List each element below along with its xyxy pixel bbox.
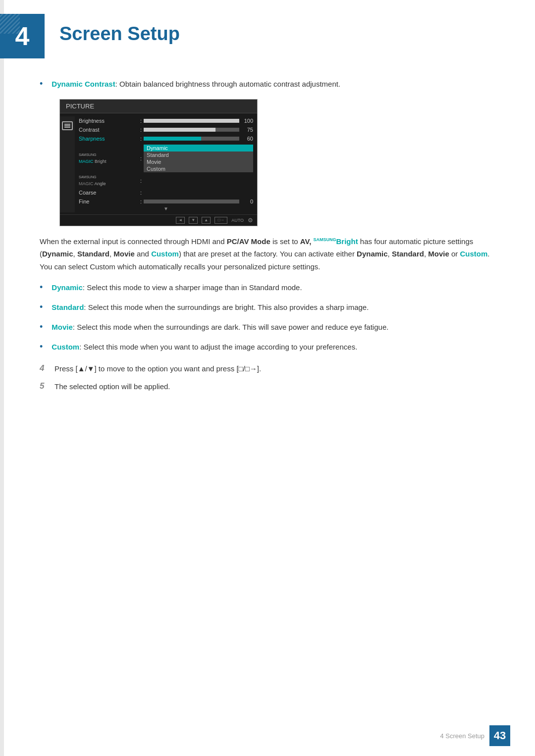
step-5-number: 5 [40, 381, 54, 391]
dynamic-desc: : Select this mode to view a sharper ima… [83, 283, 302, 292]
menu-row-magic-angle: SAMSUNG MAGIC Angle : [75, 174, 257, 188]
fine-bar-bg [144, 200, 239, 203]
fine-value: 0 [242, 199, 253, 204]
step-4-text: Press [▲/▼] to move to the option you wa… [54, 363, 261, 375]
picture-header: PICTURE [60, 100, 257, 113]
dropdown-dynamic: Dynamic [144, 145, 253, 151]
nav-up-icon: ▲ [202, 217, 211, 224]
brightness-bar-fill [144, 119, 239, 123]
sub-bullet-movie-text: Movie: Select this mode when the surroun… [52, 321, 388, 333]
opt2-dynamic: Dynamic [357, 250, 388, 258]
bottom-icons-row: ◄ ▼ ▲ □→ AUTO ⚙ [60, 214, 257, 226]
bullet-dot-movie: • [40, 322, 43, 332]
magic-angle-label: SAMSUNG MAGIC Angle [79, 175, 138, 187]
intro-bullet-text: Dynamic Contrast: Obtain balanced bright… [52, 78, 340, 90]
bullet-dot: • [40, 79, 43, 89]
menu-row-brightness: Brightness : 100 [75, 116, 257, 125]
sub-bullet-custom-text: Custom: Select this mode when you want t… [52, 341, 357, 353]
coarse-label: Coarse [79, 190, 138, 196]
step-5: 5 The selected option will be applied. [40, 381, 495, 393]
sharpness-label: Sharpness [79, 136, 138, 142]
sub-bullet-standard-text: Standard: Select this mode when the surr… [52, 302, 369, 313]
pcav-mode-term: PC/AV Mode [227, 237, 270, 246]
menu-icon [62, 121, 73, 130]
main-paragraph: When the external input is connected thr… [40, 235, 495, 273]
sub-bullet-custom: • Custom: Select this mode when you want… [40, 341, 495, 353]
contrast-bar-fill [144, 128, 215, 132]
dropdown-container: Dynamic Standard Movie Custom [144, 145, 253, 172]
bullet-dot-dynamic: • [40, 282, 43, 293]
sharpness-bar-bg [144, 137, 239, 141]
nav-down-icon: ▼ [189, 217, 198, 224]
fine-label: Fine [79, 199, 138, 204]
brightness-label: Brightness [79, 118, 138, 124]
custom-desc: : Select this mode when you want to adju… [79, 343, 357, 351]
fine-bar-container: 0 [144, 199, 253, 204]
chapter-header: 4 Screen Setup [0, 0, 535, 58]
magic-bright-label: SAMSUNG MAGIC Bright [79, 153, 138, 164]
movie-desc: : Select this mode when the surroundings… [73, 323, 389, 331]
brightness-bar-container: 100 [144, 118, 253, 124]
opt-movie: Movie [113, 250, 135, 258]
scroll-down-indicator: ▼ [75, 206, 257, 212]
opt2-standard: Standard [392, 250, 424, 258]
menu-sidebar [60, 116, 75, 212]
step-5-text: The selected option will be applied. [54, 381, 170, 393]
contrast-bar-bg [144, 128, 239, 132]
left-accent-bar [0, 0, 4, 756]
bullet-dot-custom: • [40, 342, 43, 352]
chapter-title: Screen Setup [45, 14, 180, 46]
intro-bullet-rest: : Obtain balanced brightness through aut… [115, 80, 340, 88]
settings-icon: ⚙ [248, 217, 253, 224]
contrast-label: Contrast [79, 127, 138, 133]
opt2-movie: Movie [428, 250, 449, 258]
contrast-bar-container: 75 [144, 127, 253, 133]
chapter-number: 4 [15, 23, 30, 49]
nav-left-icon: ◄ [176, 217, 185, 224]
page-footer: 4 Screen Setup 43 [440, 725, 510, 746]
magic-bright-term: Bright [336, 237, 358, 246]
samsung-sup: SAMSUNG [314, 237, 336, 242]
footer-label: 4 Screen Setup [440, 732, 484, 740]
standard-desc: : Select this mode when the surroundings… [84, 303, 369, 311]
sub-bullet-standard: • Standard: Select this mode when the su… [40, 302, 495, 313]
dropdown-standard: Standard [144, 151, 253, 158]
sub-bullet-dynamic-text: Dynamic: Select this mode to view a shar… [52, 282, 302, 294]
icon-bar-2 [64, 125, 70, 126]
steps-section: 4 Press [▲/▼] to move to the option you … [40, 363, 495, 393]
opt-dynamic: Dynamic [42, 250, 73, 258]
icon-bar-1 [64, 124, 70, 125]
main-content: • Dynamic Contrast: Obtain balanced brig… [0, 78, 535, 438]
menu-list: Brightness : 100 Contrast : [75, 116, 257, 212]
confirm-icon: □→ [214, 217, 227, 224]
menu-row-magic-bright: SAMSUNG MAGIC Bright : Dynamic Standard … [75, 143, 257, 174]
opt-custom: Custom [151, 250, 179, 258]
intro-bullet: • Dynamic Contrast: Obtain balanced brig… [40, 78, 495, 90]
sub-bullet-dynamic: • Dynamic: Select this mode to view a sh… [40, 282, 495, 294]
opt-standard: Standard [77, 250, 109, 258]
sub-bullet-movie: • Movie: Select this mode when the surro… [40, 321, 495, 333]
standard-term: Standard [52, 303, 84, 311]
menu-row-coarse: Coarse : [75, 188, 257, 197]
footer-page-number: 43 [489, 725, 510, 746]
dropdown-custom: Custom [144, 165, 253, 172]
dropdown-movie: Movie [144, 158, 253, 165]
custom-term: Custom [52, 343, 79, 351]
bullet-dot-standard: • [40, 302, 43, 312]
menu-row-fine: Fine : 0 [75, 197, 257, 206]
menu-row-contrast: Contrast : 75 [75, 125, 257, 134]
step-4: 4 Press [▲/▼] to move to the option you … [40, 363, 495, 375]
brightness-value: 100 [242, 118, 253, 124]
icon-bar-3 [64, 127, 70, 128]
sharpness-bar-fill [144, 137, 201, 141]
av-term: AV, [300, 237, 312, 246]
opt2-custom: Custom [460, 250, 488, 258]
menu-row-sharpness: Sharpness : 60 [75, 134, 257, 143]
monitor-screenshot: PICTURE Brightness : [59, 99, 258, 226]
sharpness-value: 60 [242, 136, 253, 142]
auto-label: AUTO [231, 218, 244, 223]
brightness-bar-bg [144, 119, 239, 123]
dynamic-term: Dynamic [52, 283, 83, 292]
chapter-number-block: 4 [0, 14, 45, 58]
picture-body: Brightness : 100 Contrast : [60, 113, 257, 214]
